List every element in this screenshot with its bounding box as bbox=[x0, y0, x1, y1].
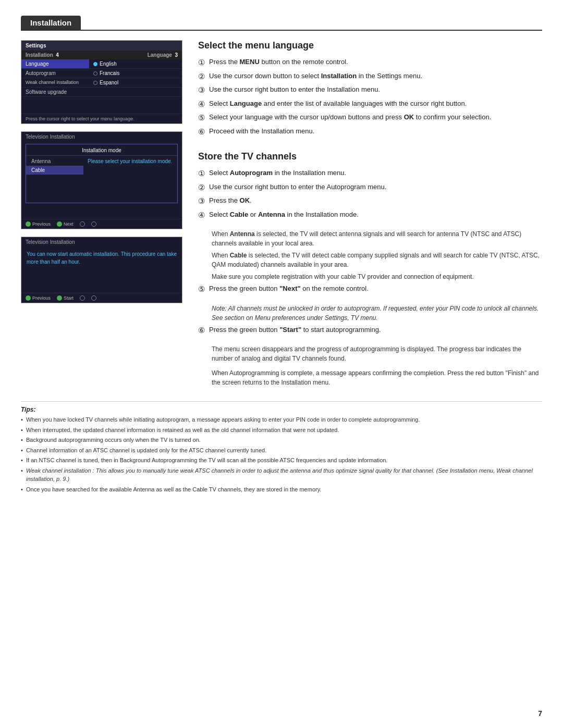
screen3-ok-btn bbox=[80, 295, 85, 301]
note-text: Note: All channels must be unlocked in o… bbox=[212, 304, 542, 323]
screen1-settings: Settings Installation 4 Language 3 Langu… bbox=[21, 40, 182, 124]
english-label: English bbox=[100, 61, 117, 67]
step-store-2-icon bbox=[198, 182, 205, 193]
sub-cable-text: When Cable is selected, the TV will dete… bbox=[212, 251, 542, 269]
store-tv-steps-5-6: Press the green button "Next" on the rem… bbox=[198, 284, 542, 294]
installation-header-container: Installation bbox=[21, 16, 542, 31]
screen3-ok-icon bbox=[80, 295, 85, 301]
screen1-software-val bbox=[89, 88, 182, 96]
screen2-prev-icon bbox=[26, 221, 31, 227]
screen2-title: Television Installation bbox=[21, 132, 182, 141]
main-layout: Settings Installation 4 Language 3 Langu… bbox=[21, 40, 542, 390]
screen1-header: Settings bbox=[21, 41, 182, 51]
screen2-options: Antenna Cable Please select your install… bbox=[26, 157, 177, 201]
step-menu-1-text: Press the MENU button on the remote cont… bbox=[209, 57, 542, 67]
step-menu-4-text: Select Language and enter the list of av… bbox=[209, 99, 542, 109]
store-tv-steps: Select Autoprogram in the Installation m… bbox=[198, 168, 542, 220]
step-store-5: Press the green button "Next" on the rem… bbox=[198, 284, 542, 294]
screen1-row-autoprogram: Autoprogram Francais bbox=[21, 69, 182, 78]
screen3-nav: Previous Start bbox=[21, 293, 182, 303]
tips-item-7: Once you have searched for the available… bbox=[21, 485, 542, 494]
screen2-back-btn bbox=[91, 221, 96, 227]
screen1-col1-label: Settings bbox=[26, 43, 46, 48]
screen3-message: You can now start automatic installation… bbox=[21, 246, 182, 270]
tips-item-6: Weak channel installation : This allows … bbox=[21, 466, 542, 484]
step-store-4-icon bbox=[198, 210, 205, 220]
step-store-6-text: Press the green button "Start" to start … bbox=[209, 325, 542, 335]
step-menu-2-icon bbox=[198, 71, 205, 82]
screen1-weak-name: Weak channel installation bbox=[21, 78, 89, 87]
select-menu-title: Select the menu language bbox=[198, 40, 542, 51]
step6-sub1: The menu screen disappears and the progr… bbox=[212, 344, 542, 363]
francais-radio bbox=[93, 71, 97, 76]
sub-registration-text: Make sure you complete registration with… bbox=[212, 272, 542, 281]
screen3-start-btn: Start bbox=[57, 295, 74, 301]
step-menu-3-text: Use the cursor right button to enter the… bbox=[209, 85, 542, 95]
screen2-prev-label: Previous bbox=[32, 221, 51, 227]
step-store-4-text: Select Cable or Antenna in the Installat… bbox=[209, 210, 542, 220]
screen3-title: Television Installation bbox=[21, 237, 182, 246]
step-menu-4: Select Language and enter the list of av… bbox=[198, 99, 542, 109]
step-menu-1-icon bbox=[198, 57, 205, 68]
step-menu-6-icon bbox=[198, 127, 205, 137]
screen3-tv-start: Television Installation You can now star… bbox=[21, 237, 182, 303]
screen2-nav: Previous Next bbox=[21, 219, 182, 229]
installation-title: Installation bbox=[21, 16, 81, 30]
tips-item-3: Background autoprogramming occurs only w… bbox=[21, 436, 542, 445]
step-store-3: Press the OK. bbox=[198, 196, 542, 206]
step-menu-5: Select your language with the cursor up/… bbox=[198, 113, 542, 123]
screen2-opt-left: Antenna Cable bbox=[26, 157, 83, 201]
english-radio bbox=[93, 62, 97, 66]
step-store-1-text: Select Autoprogram in the Installation m… bbox=[209, 168, 542, 178]
screen3-start-icon bbox=[57, 295, 62, 301]
step-store-2: Use the cursor right button to enter the… bbox=[198, 182, 542, 193]
step-menu-2: Use the cursor down button to select Ins… bbox=[198, 71, 542, 82]
step-menu-6-text: Proceed with the Installation menu. bbox=[209, 127, 542, 137]
screen2-next-label: Next bbox=[64, 221, 74, 227]
screen1-row-weak: Weak channel installation Espanol bbox=[21, 78, 182, 88]
screen3-back-icon bbox=[91, 295, 96, 301]
step-menu-3: Use the cursor right button to enter the… bbox=[198, 85, 542, 95]
step-store-5-text: Press the green button "Next" on the rem… bbox=[209, 284, 542, 294]
store-tv-step6: Press the green button "Start" to start … bbox=[198, 325, 542, 336]
tips-item-4: Channel information of an ATSC channel i… bbox=[21, 446, 542, 455]
screen1-espanol-option: Espanol bbox=[89, 78, 182, 87]
screen1-empty bbox=[21, 97, 182, 114]
store-tv-sub-blocks: When Antenna is selected, the TV will de… bbox=[198, 229, 542, 281]
screen2-next-icon bbox=[57, 221, 62, 227]
espanol-radio bbox=[93, 81, 97, 85]
screen2-inner-box: Installation mode Antenna Cable Please s… bbox=[26, 144, 178, 203]
screen3-prev-btn: Previous bbox=[26, 295, 51, 301]
step-store-2-text: Use the cursor right button to enter the… bbox=[209, 182, 542, 192]
screen1-installation-label: Installation 4 bbox=[26, 52, 59, 58]
tips-list: When you have locked TV channels while i… bbox=[21, 415, 542, 493]
screen3-back-btn bbox=[91, 295, 96, 301]
step-store-1: Select Autoprogram in the Installation m… bbox=[198, 168, 542, 179]
screen1-language-label: Language 3 bbox=[148, 52, 178, 58]
screen2-inner-title: Installation mode bbox=[26, 146, 177, 156]
select-menu-language-section: Select the menu language Press the MENU … bbox=[198, 40, 542, 146]
screen3-prev-icon bbox=[26, 295, 31, 301]
tips-title: Tips: bbox=[21, 406, 542, 413]
screen2-right-text: Please select your installation mode. bbox=[83, 157, 177, 201]
screen3-start-label: Start bbox=[64, 295, 74, 301]
step-store-6-icon bbox=[198, 325, 205, 336]
screen1-software-name: Software upgrade bbox=[21, 88, 89, 96]
step-store-3-icon bbox=[198, 196, 205, 206]
screen1-francais-option: Francais bbox=[89, 69, 182, 78]
tips-section: Tips: When you have locked TV channels w… bbox=[21, 401, 542, 493]
sub-antenna-text: When Antenna is selected, the TV will de… bbox=[212, 229, 542, 248]
screen2-prev-btn: Previous bbox=[26, 221, 51, 227]
step-store-4: Select Cable or Antenna in the Installat… bbox=[198, 210, 542, 220]
screen1-footer: Press the cursor right to select your me… bbox=[21, 114, 182, 124]
step-store-5-icon bbox=[198, 284, 205, 294]
select-menu-steps: Press the MENU button on the remote cont… bbox=[198, 57, 542, 137]
screen2-back-icon bbox=[91, 221, 96, 227]
screen1-language-name: Language bbox=[21, 59, 89, 68]
screen1-subheader: Installation 4 Language 3 bbox=[21, 51, 182, 59]
screen1-row-software: Software upgrade bbox=[21, 88, 182, 97]
right-column: Select the menu language Press the MENU … bbox=[198, 40, 542, 390]
step-store-1-icon bbox=[198, 168, 205, 179]
screen1-autoprogram-name: Autoprogram bbox=[21, 69, 89, 78]
store-tv-channels-section: Store the TV channels Select Autoprogram… bbox=[198, 151, 542, 390]
